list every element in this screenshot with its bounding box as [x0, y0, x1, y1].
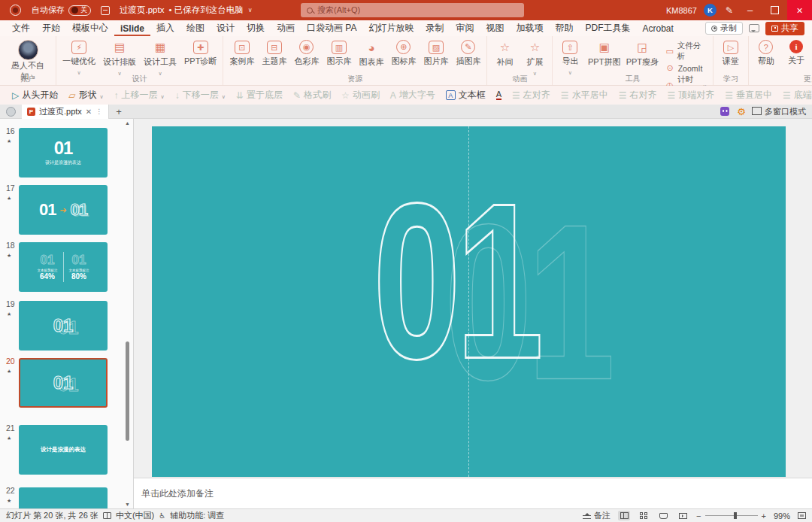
align-right-button[interactable]: ☰ 右对齐 — [614, 88, 662, 103]
animation-painter-button[interactable]: ☆ 动画刷 — [337, 88, 384, 103]
one-click-optimize-button[interactable]: ⚡ 一键优化 — [62, 40, 95, 77]
zoom-level[interactable]: 99% — [774, 511, 790, 520]
record-button[interactable]: 录制 — [705, 22, 743, 35]
send-to-back-button[interactable]: ⇊ 置于底层 — [232, 88, 287, 103]
tab-acrobat[interactable]: Acrobat — [636, 20, 679, 36]
tab-menu-icon[interactable]: ⋮ — [95, 108, 103, 115]
notes-pane[interactable]: 单击此处添加备注 — [134, 478, 812, 508]
autosave-switch[interactable]: 关 — [68, 5, 91, 16]
app-icon[interactable] — [10, 5, 21, 16]
picture-library-button[interactable]: ▨ 图片库 — [423, 40, 448, 68]
scroll-up-icon[interactable]: ▲ — [125, 120, 130, 126]
tab-slideshow[interactable]: 幻灯片放映 — [362, 20, 420, 36]
align-center-button[interactable]: ☰ 水平居中 — [556, 88, 613, 103]
case-library-button[interactable]: ⊡ 案例库 — [229, 40, 254, 68]
avatar[interactable]: K — [704, 4, 717, 17]
tab-islide[interactable]: iSlide — [114, 20, 150, 36]
zoom-out-button[interactable]: − — [696, 511, 701, 520]
start-from-beginning-button[interactable]: ▷ 从头开始 — [8, 88, 62, 103]
fit-to-window-icon[interactable] — [798, 512, 806, 519]
maximize-button[interactable] — [762, 0, 787, 20]
send-backward-button[interactable]: ↓ 下移一层 — [171, 88, 230, 103]
slide-thumbnail-17[interactable]: 01 ➔ 01 — [19, 185, 108, 235]
tab-review[interactable]: 审阅 — [450, 20, 480, 36]
slide-thumbnail-18[interactable]: 01 文本标题标注 64% 01 文本标题标注 80% — [19, 242, 108, 292]
current-slide[interactable]: 01 01 — [152, 126, 786, 477]
comments-icon[interactable] — [749, 24, 759, 32]
diagram-library-button[interactable]: ▥ 图示库 — [326, 40, 351, 68]
language-label[interactable]: 中文(中国) — [116, 510, 154, 521]
align-top-button[interactable]: ☰ 顶端对齐 — [662, 88, 719, 103]
tab-file[interactable]: 文件 — [6, 20, 36, 36]
about-button[interactable]: i 关于 — [785, 40, 807, 75]
design-layout-button[interactable]: ▤ 设计排版 — [103, 40, 136, 77]
zoom-slider-thumb[interactable] — [734, 512, 737, 519]
share-button[interactable]: 共享 — [765, 22, 804, 35]
document-title[interactable]: 过渡页.pptx • 已保存到这台电脑 ∨ — [120, 5, 253, 16]
slide-thumbnail-22[interactable]: “ 设计 — — [19, 487, 108, 508]
tab-design[interactable]: 设计 — [211, 20, 241, 36]
tab-record[interactable]: 录制 — [420, 20, 450, 36]
align-middle-button[interactable]: ☰ 垂直居中 — [720, 88, 777, 103]
tab-pocket-animation[interactable]: 口袋动画 PA — [301, 20, 362, 36]
classroom-button[interactable]: ▷ 课堂 — [720, 40, 742, 67]
slideshow-view-button[interactable] — [677, 511, 689, 520]
textbox-button[interactable]: A 文本框 — [441, 88, 490, 103]
format-painter-button[interactable]: ✎ 格式刷 — [289, 88, 335, 103]
slide-sorter-view-button[interactable] — [638, 511, 650, 520]
pen-icon[interactable]: ✎ — [726, 5, 733, 16]
tab-pdf-tools[interactable]: PDF工具集 — [579, 20, 636, 36]
theme-library-button[interactable]: ⊟ 主题库 — [262, 40, 286, 68]
extend-button[interactable]: ☆ 扩展 — [523, 40, 546, 77]
tab-home[interactable]: 开始 — [36, 20, 66, 36]
tab-animations[interactable]: 动画 — [271, 20, 301, 36]
tab-view[interactable]: 视图 — [480, 20, 510, 36]
font-color-button[interactable]: A — [492, 88, 506, 103]
multi-window-mode-button[interactable]: 多窗口模式 — [753, 106, 806, 117]
tab-template-center[interactable]: 模板中心 — [66, 20, 114, 36]
notes-toggle-button[interactable]: 备注 — [583, 510, 611, 521]
bring-forward-button[interactable]: ↑ 上移一层 — [110, 88, 169, 103]
slide-thumbnail-16[interactable]: 01 设计是浪漫的表达 — [19, 128, 108, 178]
align-left-button[interactable]: ☰ 左对齐 — [508, 88, 555, 103]
scroll-down-icon[interactable]: ▼ — [125, 502, 130, 507]
icon-library-button[interactable]: ⊕ 图标库 — [391, 40, 416, 68]
align-bottom-button[interactable]: ☰ 底端对齐 — [778, 88, 812, 103]
slide-thumbnail-21[interactable]: 设计是浪漫的表达 — [19, 425, 108, 475]
chart-library-button[interactable]: ◕ 图表库 — [359, 40, 383, 68]
tab-draw[interactable]: 绘图 — [180, 20, 211, 36]
shapes-button[interactable]: ▱ 形状 — [64, 88, 108, 103]
tab-addins[interactable]: 加载项 — [510, 20, 549, 36]
gear-icon[interactable]: ⚙ — [737, 106, 746, 117]
autosave-toggle[interactable]: 自动保存 关 — [32, 5, 91, 16]
new-tab-button[interactable]: + — [109, 106, 129, 117]
tab-transitions[interactable]: 切换 — [241, 20, 271, 36]
close-button[interactable]: × — [787, 0, 812, 20]
zoom-in-button[interactable]: + — [762, 511, 766, 520]
file-analysis-button[interactable]: ▭ 文件分析 — [665, 41, 707, 62]
zoom-slider[interactable] — [705, 515, 758, 516]
design-tools-button[interactable]: ▦ 设计工具 — [144, 40, 177, 77]
panel-scrollbar[interactable]: ▲ ▼ — [125, 119, 131, 508]
save-icon[interactable] — [101, 6, 110, 15]
minimize-button[interactable]: – — [738, 0, 762, 20]
close-tab-icon[interactable]: ✕ — [86, 108, 92, 116]
scrollbar-thumb[interactable] — [126, 341, 129, 441]
zoomit-button[interactable]: ⊙ ZoomIt — [665, 63, 707, 73]
search-input[interactable]: 搜索(Alt+Q) — [301, 3, 524, 17]
color-library-button[interactable]: ◉ 色彩库 — [294, 40, 319, 68]
document-tab[interactable]: P 过渡页.pptx ✕ ⋮ — [22, 105, 109, 119]
illustration-library-button[interactable]: ✎ 插图库 — [456, 40, 480, 68]
normal-view-button[interactable] — [618, 511, 630, 520]
tab-insert[interactable]: 插入 — [150, 20, 180, 36]
assistant-robot-icon[interactable] — [720, 107, 729, 116]
workspace-icon[interactable] — [6, 107, 16, 117]
help-button[interactable]: ? 帮助 — [755, 40, 777, 75]
increase-font-button[interactable]: A 增大字号 — [386, 88, 440, 103]
accessibility-status[interactable]: 辅助功能: 调查 — [170, 510, 224, 521]
slide-thumbnail-20-selected[interactable]: 01 01 — [19, 358, 108, 408]
slide-main-number[interactable]: 01 — [372, 171, 538, 393]
ppt-diagnose-button[interactable]: ✚ PPT诊断 — [184, 40, 217, 77]
reading-view-button[interactable] — [657, 511, 669, 520]
tween-button[interactable]: ☆ 补间 — [493, 40, 516, 77]
